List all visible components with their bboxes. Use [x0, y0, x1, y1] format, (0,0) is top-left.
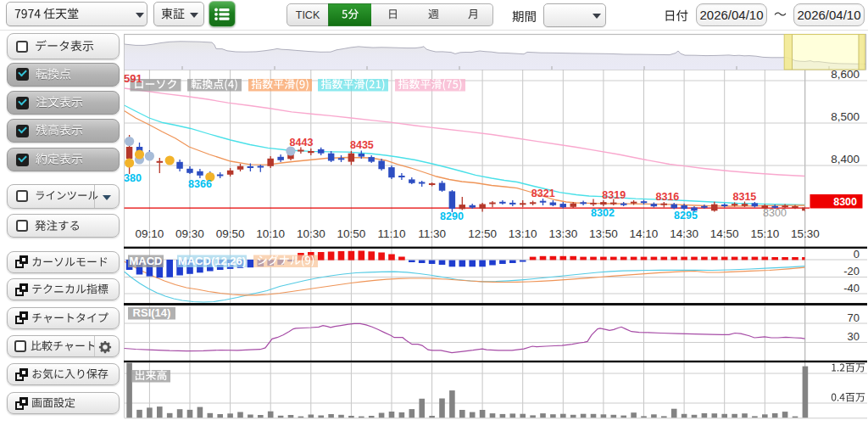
svg-text:10:50: 10:50 — [337, 227, 366, 240]
svg-text:8300: 8300 — [763, 207, 787, 219]
svg-text:11:30: 11:30 — [418, 227, 446, 240]
svg-text:8316: 8316 — [655, 191, 679, 203]
svg-text:30: 30 — [848, 330, 860, 343]
svg-text:15:10: 15:10 — [750, 227, 779, 240]
svg-text:-40: -40 — [843, 282, 860, 294]
svg-text:10:10: 10:10 — [256, 227, 285, 240]
svg-text:70: 70 — [848, 311, 860, 324]
svg-text:13:50: 13:50 — [589, 227, 618, 240]
svg-text:8443: 8443 — [290, 137, 314, 149]
svg-text:10:30: 10:30 — [297, 227, 326, 240]
svg-text:09:50: 09:50 — [216, 227, 245, 240]
svg-text:RSI(14): RSI(14) — [133, 306, 171, 319]
svg-text:15:30: 15:30 — [791, 227, 820, 240]
svg-text:12:50: 12:50 — [468, 227, 497, 240]
svg-text:8366: 8366 — [188, 178, 212, 190]
svg-text:MACD: MACD — [130, 255, 163, 267]
svg-text:8302: 8302 — [591, 207, 615, 219]
svg-text:8,400: 8,400 — [831, 153, 860, 165]
svg-text:380: 380 — [124, 172, 142, 184]
svg-text:8319: 8319 — [602, 189, 626, 201]
svg-text:8290: 8290 — [440, 210, 464, 222]
svg-text:0: 0 — [854, 248, 860, 261]
svg-text:8295: 8295 — [674, 210, 698, 221]
svg-text:8321: 8321 — [531, 188, 555, 199]
svg-text:-20: -20 — [843, 265, 860, 277]
svg-text:MACD(12,26): MACD(12,26) — [178, 255, 246, 267]
svg-text:13:10: 13:10 — [509, 227, 537, 240]
svg-text:591: 591 — [124, 72, 142, 85]
svg-text:8435: 8435 — [350, 139, 374, 151]
svg-text:14:10: 14:10 — [630, 227, 659, 240]
svg-text:14:30: 14:30 — [670, 227, 698, 240]
svg-text:09:10: 09:10 — [136, 227, 164, 240]
svg-text:8315: 8315 — [732, 191, 756, 203]
svg-text:13:30: 13:30 — [548, 227, 577, 240]
svg-text:8300: 8300 — [833, 196, 857, 208]
svg-text:8,500: 8,500 — [831, 110, 860, 123]
svg-text:09:30: 09:30 — [175, 227, 204, 240]
svg-text:14:50: 14:50 — [710, 227, 739, 240]
svg-text:11:10: 11:10 — [378, 227, 406, 240]
